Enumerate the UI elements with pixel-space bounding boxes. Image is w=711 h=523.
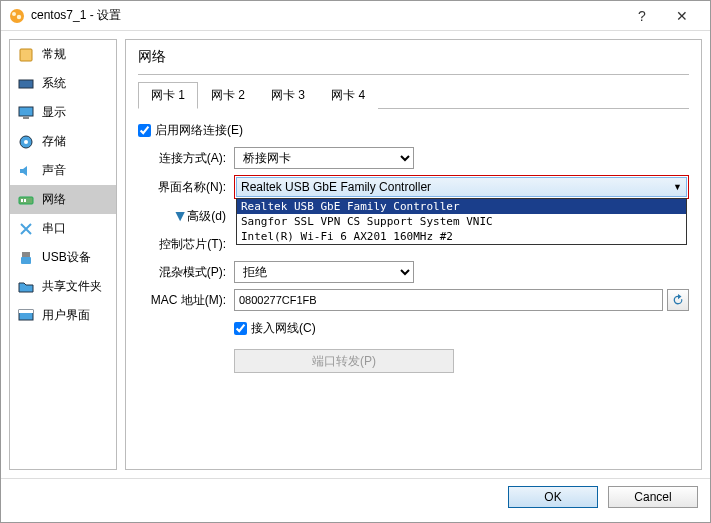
sidebar-item-label: USB设备 [42, 249, 91, 266]
main-panel: 网络 网卡 1 网卡 2 网卡 3 网卡 4 启用网络连接(E) 连接方式(A)… [125, 39, 702, 470]
svg-rect-12 [22, 252, 30, 257]
sidebar-item-ui[interactable]: 用户界面 [10, 301, 116, 330]
svg-rect-3 [20, 49, 32, 61]
sidebar-item-label: 存储 [42, 133, 66, 150]
enable-network-input[interactable] [138, 124, 151, 137]
folder-icon [18, 279, 34, 295]
sidebar-item-audio[interactable]: 声音 [10, 156, 116, 185]
sidebar-item-label: 常规 [42, 46, 66, 63]
sidebar-item-label: 显示 [42, 104, 66, 121]
network-icon [18, 192, 34, 208]
attach-select[interactable]: 桥接网卡 [234, 147, 414, 169]
interface-name-dropdown: Realtek USB GbE Family Controller Sangfo… [236, 198, 687, 245]
close-button[interactable]: ✕ [662, 8, 702, 24]
port-forward-button[interactable]: 端口转发(P) [234, 349, 454, 373]
storage-icon [18, 134, 34, 150]
dropdown-option[interactable]: Sangfor SSL VPN CS Support System VNIC [237, 214, 686, 229]
help-button[interactable]: ? [622, 8, 662, 24]
sidebar-item-label: 用户界面 [42, 307, 90, 324]
page-title: 网络 [138, 48, 689, 66]
display-icon [18, 105, 34, 121]
dialog-footer: OK Cancel [1, 478, 710, 514]
expand-icon: ▶ [174, 211, 188, 220]
interface-name-value: Realtek USB GbE Family Controller [241, 180, 431, 194]
content: 常规 系统 显示 存储 声音 网络 串口 USB设备 [1, 31, 710, 478]
serial-icon [18, 221, 34, 237]
mac-input[interactable] [234, 289, 663, 311]
promiscuous-select[interactable]: 拒绝 [234, 261, 414, 283]
app-icon [9, 8, 25, 24]
dropdown-option[interactable]: Realtek USB GbE Family Controller [237, 199, 686, 214]
sidebar-item-system[interactable]: 系统 [10, 69, 116, 98]
svg-rect-5 [19, 107, 33, 116]
svg-rect-10 [21, 199, 23, 202]
mac-refresh-button[interactable] [667, 289, 689, 311]
usb-icon [18, 250, 34, 266]
sidebar-item-serial[interactable]: 串口 [10, 214, 116, 243]
enable-network-checkbox[interactable]: 启用网络连接(E) [138, 122, 243, 139]
window-title: centos7_1 - 设置 [31, 7, 622, 24]
sidebar-item-general[interactable]: 常规 [10, 40, 116, 69]
tab-adapter-3[interactable]: 网卡 3 [258, 82, 318, 109]
tab-adapter-4[interactable]: 网卡 4 [318, 82, 378, 109]
audio-icon [18, 163, 34, 179]
promiscuous-label: 混杂模式(P): [138, 264, 234, 281]
ok-button[interactable]: OK [508, 486, 598, 508]
svg-point-2 [17, 14, 21, 18]
svg-rect-11 [24, 199, 26, 202]
sidebar-item-shared[interactable]: 共享文件夹 [10, 272, 116, 301]
svg-rect-4 [19, 80, 33, 88]
svg-point-1 [12, 12, 16, 16]
interface-name-combo[interactable]: Realtek USB GbE Family Controller ▼ Real… [234, 175, 689, 199]
name-label: 界面名称(N): [138, 179, 234, 196]
tabs: 网卡 1 网卡 2 网卡 3 网卡 4 [138, 81, 689, 109]
sidebar-item-label: 共享文件夹 [42, 278, 102, 295]
svg-rect-15 [19, 310, 33, 313]
sidebar-item-label: 声音 [42, 162, 66, 179]
sidebar-item-storage[interactable]: 存储 [10, 127, 116, 156]
sidebar-item-network[interactable]: 网络 [10, 185, 116, 214]
sidebar-item-usb[interactable]: USB设备 [10, 243, 116, 272]
enable-network-label: 启用网络连接(E) [155, 122, 243, 139]
tab-adapter-2[interactable]: 网卡 2 [198, 82, 258, 109]
divider [138, 74, 689, 75]
sidebar-item-label: 系统 [42, 75, 66, 92]
titlebar: centos7_1 - 设置 ? ✕ [1, 1, 710, 31]
refresh-icon [671, 293, 685, 307]
svg-point-8 [24, 140, 28, 144]
tab-adapter-1[interactable]: 网卡 1 [138, 82, 198, 109]
system-icon [18, 76, 34, 92]
sidebar-item-display[interactable]: 显示 [10, 98, 116, 127]
ui-icon [18, 308, 34, 324]
cable-checkbox[interactable]: 接入网线(C) [234, 320, 316, 337]
general-icon [18, 47, 34, 63]
sidebar: 常规 系统 显示 存储 声音 网络 串口 USB设备 [9, 39, 117, 470]
cancel-button[interactable]: Cancel [608, 486, 698, 508]
advanced-label[interactable]: ▶高级(d) [138, 208, 234, 225]
svg-rect-6 [23, 117, 29, 119]
svg-rect-13 [21, 257, 31, 264]
sidebar-item-label: 串口 [42, 220, 66, 237]
dropdown-option[interactable]: Intel(R) Wi-Fi 6 AX201 160MHz #2 [237, 229, 686, 244]
cable-label: 接入网线(C) [251, 320, 316, 337]
attach-label: 连接方式(A): [138, 150, 234, 167]
chevron-down-icon: ▼ [673, 182, 682, 192]
mac-label: MAC 地址(M): [138, 292, 234, 309]
chip-label: 控制芯片(T): [138, 236, 234, 253]
sidebar-item-label: 网络 [42, 191, 66, 208]
cable-input[interactable] [234, 322, 247, 335]
svg-point-0 [10, 9, 24, 23]
